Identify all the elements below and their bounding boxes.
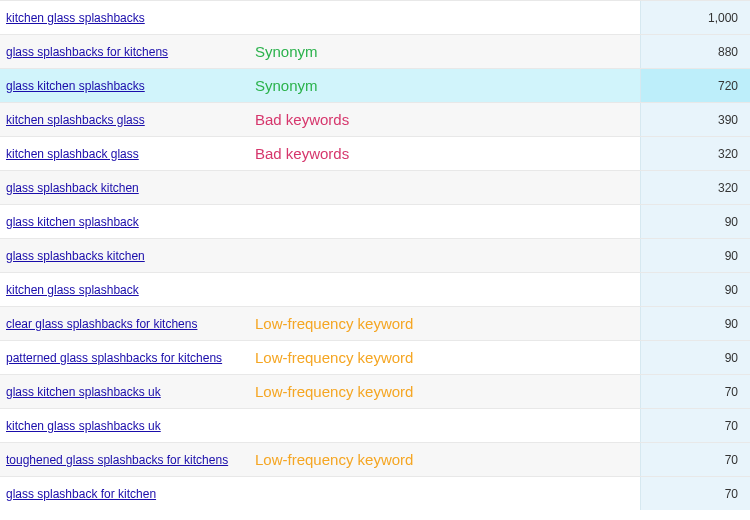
volume-cell: 320 <box>640 137 750 170</box>
annotation-label: Bad keywords <box>255 145 349 162</box>
volume-cell: 90 <box>640 307 750 340</box>
table-row: patterned glass splashbacks for kitchens… <box>0 340 750 374</box>
keyword-link[interactable]: toughened glass splashbacks for kitchens <box>6 453 228 467</box>
annotation-label: Synonym <box>255 43 318 60</box>
annotation-cell: Bad keywords <box>255 145 640 162</box>
annotation-label: Synonym <box>255 77 318 94</box>
keyword-link[interactable]: glass splashback for kitchen <box>6 487 156 501</box>
keyword-cell: glass splashback for kitchen <box>0 487 255 501</box>
table-row: glass splashbacks for kitchensSynonym880 <box>0 34 750 68</box>
volume-cell: 390 <box>640 103 750 136</box>
volume-cell: 90 <box>640 273 750 306</box>
annotation-cell: Low-frequency keyword <box>255 383 640 400</box>
volume-cell: 70 <box>640 443 750 476</box>
keyword-cell: patterned glass splashbacks for kitchens <box>0 351 255 365</box>
volume-cell: 720 <box>640 69 750 102</box>
table-row: glass splashback for kitchen70 <box>0 476 750 510</box>
annotation-cell: Low-frequency keyword <box>255 349 640 366</box>
volume-cell: 320 <box>640 171 750 204</box>
keyword-link[interactable]: glass kitchen splashback <box>6 215 139 229</box>
table-row: glass splashback kitchen320 <box>0 170 750 204</box>
table-row: glass kitchen splashbacksSynonym720 <box>0 68 750 102</box>
volume-cell: 70 <box>640 409 750 442</box>
keyword-cell: kitchen splashback glass <box>0 147 255 161</box>
keyword-link[interactable]: patterned glass splashbacks for kitchens <box>6 351 222 365</box>
keyword-link[interactable]: kitchen glass splashback <box>6 283 139 297</box>
table-row: glass kitchen splashback90 <box>0 204 750 238</box>
table-row: kitchen glass splashback90 <box>0 272 750 306</box>
keyword-link[interactable]: kitchen glass splashbacks uk <box>6 419 161 433</box>
keyword-link[interactable]: glass splashbacks kitchen <box>6 249 145 263</box>
annotation-label: Low-frequency keyword <box>255 349 413 366</box>
annotation-label: Low-frequency keyword <box>255 315 413 332</box>
keyword-cell: glass kitchen splashbacks <box>0 79 255 93</box>
keyword-cell: kitchen glass splashback <box>0 283 255 297</box>
table-row: glass kitchen splashbacks ukLow-frequenc… <box>0 374 750 408</box>
annotation-cell: Low-frequency keyword <box>255 451 640 468</box>
keyword-link[interactable]: glass splashback kitchen <box>6 181 139 195</box>
keyword-cell: glass kitchen splashback <box>0 215 255 229</box>
keyword-link[interactable]: kitchen splashback glass <box>6 147 139 161</box>
annotation-label: Low-frequency keyword <box>255 451 413 468</box>
table-row: kitchen splashback glassBad keywords320 <box>0 136 750 170</box>
table-row: clear glass splashbacks for kitchensLow-… <box>0 306 750 340</box>
keyword-cell: glass splashbacks kitchen <box>0 249 255 263</box>
volume-cell: 70 <box>640 477 750 510</box>
table-row: glass splashbacks kitchen90 <box>0 238 750 272</box>
keyword-link[interactable]: glass splashbacks for kitchens <box>6 45 168 59</box>
keyword-cell: glass kitchen splashbacks uk <box>0 385 255 399</box>
keyword-cell: kitchen glass splashbacks <box>0 11 255 25</box>
annotation-label: Low-frequency keyword <box>255 383 413 400</box>
annotation-cell: Low-frequency keyword <box>255 315 640 332</box>
keyword-link[interactable]: glass kitchen splashbacks <box>6 79 145 93</box>
keyword-link[interactable]: kitchen splashbacks glass <box>6 113 145 127</box>
keyword-link[interactable]: kitchen glass splashbacks <box>6 11 145 25</box>
keyword-cell: clear glass splashbacks for kitchens <box>0 317 255 331</box>
volume-cell: 880 <box>640 35 750 68</box>
table-row: kitchen glass splashbacks1,000 <box>0 0 750 34</box>
keyword-cell: glass splashback kitchen <box>0 181 255 195</box>
keyword-cell: glass splashbacks for kitchens <box>0 45 255 59</box>
annotation-label: Bad keywords <box>255 111 349 128</box>
table-row: kitchen glass splashbacks uk70 <box>0 408 750 442</box>
keyword-cell: toughened glass splashbacks for kitchens <box>0 453 255 467</box>
annotation-cell: Synonym <box>255 43 640 60</box>
keyword-cell: kitchen splashbacks glass <box>0 113 255 127</box>
annotation-cell: Bad keywords <box>255 111 640 128</box>
volume-cell: 90 <box>640 205 750 238</box>
annotation-cell: Synonym <box>255 77 640 94</box>
table-row: kitchen splashbacks glassBad keywords390 <box>0 102 750 136</box>
volume-cell: 90 <box>640 341 750 374</box>
volume-cell: 90 <box>640 239 750 272</box>
volume-cell: 70 <box>640 375 750 408</box>
keyword-link[interactable]: clear glass splashbacks for kitchens <box>6 317 197 331</box>
volume-cell: 1,000 <box>640 1 750 34</box>
table-row: toughened glass splashbacks for kitchens… <box>0 442 750 476</box>
keyword-link[interactable]: glass kitchen splashbacks uk <box>6 385 161 399</box>
keyword-table: kitchen glass splashbacks1,000glass spla… <box>0 0 750 510</box>
keyword-cell: kitchen glass splashbacks uk <box>0 419 255 433</box>
